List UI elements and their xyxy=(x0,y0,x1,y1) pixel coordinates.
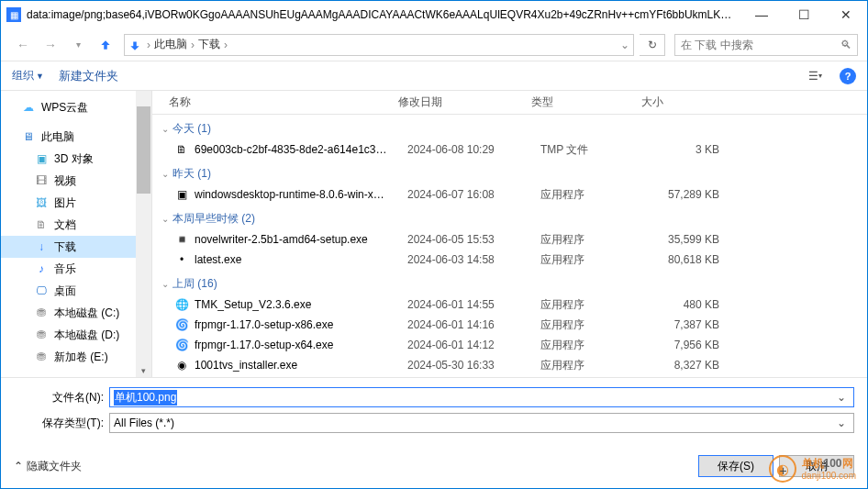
sidebar-item-music[interactable]: ♪音乐 xyxy=(1,258,151,280)
file-date: 2024-06-07 16:08 xyxy=(407,188,540,201)
sidebar-item-pictures[interactable]: 🖼图片 xyxy=(1,192,151,214)
sidebar-item-videos[interactable]: 🎞视频 xyxy=(1,170,151,192)
window-controls: — ☐ ✕ xyxy=(740,1,867,28)
filename-input[interactable]: 单机100.png⌄ xyxy=(109,387,854,407)
chevron-down-icon[interactable]: ⌄ xyxy=(833,417,850,429)
sidebar-item-wps[interactable]: ☁WPS云盘 xyxy=(1,96,151,118)
disk-icon: ⛃ xyxy=(34,350,49,364)
file-icon: 🌀 xyxy=(174,317,189,332)
file-type: 应用程序 xyxy=(540,252,651,268)
main-area: ☁WPS云盘 🖥此电脑 ▣3D 对象 🎞视频 🖼图片 🗎文档 ↓下载 ♪音乐 🖵… xyxy=(1,91,867,377)
toolbar: 组织 ▼ 新建文件夹 ☰▾ ? xyxy=(1,61,867,91)
content-pane: 名称 修改日期 类型 大小 ⌄今天 (1)🗎69e003cb-c2bf-4835… xyxy=(152,91,867,377)
file-row[interactable]: ◉1001tvs_installer.exe2024-05-30 16:33应用… xyxy=(161,355,867,375)
breadcrumb-dropdown-icon[interactable]: ⌄ xyxy=(620,39,629,51)
file-date: 2024-06-08 10:29 xyxy=(407,143,540,156)
sidebar-item-3d[interactable]: ▣3D 对象 xyxy=(1,148,151,170)
chevron-right-icon: › xyxy=(189,39,196,51)
group-header[interactable]: ⌄今天 (1) xyxy=(161,118,867,139)
sidebar: ☁WPS云盘 🖥此电脑 ▣3D 对象 🎞视频 🖼图片 🗎文档 ↓下载 ♪音乐 🖵… xyxy=(1,91,152,377)
group-header[interactable]: ⌄上周 (16) xyxy=(161,273,867,295)
sidebar-item-desktop[interactable]: 🖵桌面 xyxy=(1,280,151,302)
sidebar-item-disk-e[interactable]: ⛃新加卷 (E:) xyxy=(1,346,151,368)
file-name: novelwriter-2.5b1-amd64-setup.exe xyxy=(195,233,407,246)
chevron-up-icon: ⌃ xyxy=(14,460,23,472)
chevron-down-icon: ⌄ xyxy=(161,169,169,179)
sidebar-item-disk-d[interactable]: ⛃本地磁盘 (D:) xyxy=(1,324,151,346)
search-input[interactable] xyxy=(681,39,840,51)
minimize-button[interactable]: — xyxy=(740,1,783,28)
titlebar: ▦ data:image/png;base64,iVBORw0KGgoAAAAN… xyxy=(1,1,867,28)
chevron-down-icon[interactable]: ⌄ xyxy=(833,391,850,404)
sidebar-item-downloads[interactable]: ↓下载 xyxy=(1,236,151,258)
file-row[interactable]: ▣windowsdesktop-runtime-8.0.6-win-x…2024… xyxy=(161,184,867,205)
file-size: 35,599 KB xyxy=(651,233,719,246)
file-size: 8,327 KB xyxy=(651,359,719,372)
close-button[interactable]: ✕ xyxy=(825,1,867,28)
sidebar-item-pc[interactable]: 🖥此电脑 xyxy=(1,126,151,148)
nav-recent-dropdown[interactable]: ▾ xyxy=(65,32,91,58)
breadcrumb-downloads[interactable]: 下载 xyxy=(196,37,222,52)
search-icon[interactable]: 🔍︎ xyxy=(840,39,851,51)
file-row[interactable]: 🌐TMK_Setup_V2.3.6.exe2024-06-01 14:55应用程… xyxy=(161,295,867,315)
maximize-button[interactable]: ☐ xyxy=(783,1,825,28)
file-row[interactable]: 🌀frpmgr-1.17.0-setup-x64.exe2024-06-01 1… xyxy=(161,335,867,355)
file-size: 3 KB xyxy=(651,143,719,156)
disk-icon: ⛃ xyxy=(34,306,49,320)
hide-folders-button[interactable]: ⌃隐藏文件夹 xyxy=(14,459,82,474)
savetype-select[interactable]: All Files (*.*)⌄ xyxy=(109,413,854,433)
cube-icon: ▣ xyxy=(34,151,49,166)
chevron-down-icon: ⌄ xyxy=(161,279,169,289)
new-folder-button[interactable]: 新建文件夹 xyxy=(59,68,118,84)
file-row[interactable]: 🌀frpmgr-1.17.0-setup-x86.exe2024-06-01 1… xyxy=(161,315,867,335)
header-date[interactable]: 修改日期 xyxy=(391,94,524,110)
header-type[interactable]: 类型 xyxy=(524,94,634,110)
group-header[interactable]: ⌄昨天 (1) xyxy=(161,163,867,184)
breadcrumb[interactable]: › 此电脑 › 下载 › ⌄ xyxy=(124,34,634,56)
cancel-button[interactable]: 取消 xyxy=(779,455,854,477)
search-box[interactable]: 🔍︎ xyxy=(674,34,858,56)
header-name[interactable]: 名称 xyxy=(152,94,391,110)
file-type: 应用程序 xyxy=(540,358,651,373)
file-row[interactable]: ◾novelwriter-2.5b1-amd64-setup.exe2024-0… xyxy=(161,229,867,250)
file-icon: ▣ xyxy=(174,187,189,202)
file-size: 7,387 KB xyxy=(651,318,719,331)
refresh-button[interactable]: ↻ xyxy=(640,34,665,56)
help-button[interactable]: ? xyxy=(840,68,856,84)
file-type: 应用程序 xyxy=(540,187,651,203)
download-icon: ↓ xyxy=(34,239,49,254)
file-name: windowsdesktop-runtime-8.0.6-win-x… xyxy=(195,188,407,201)
file-type: 应用程序 xyxy=(540,317,651,333)
file-row[interactable]: 🗎69e003cb-c2bf-4835-8de2-a614e1c3…2024-0… xyxy=(161,139,867,160)
desktop-icon: 🖵 xyxy=(34,283,49,298)
file-date: 2024-05-30 16:33 xyxy=(407,359,540,372)
file-name: latest.exe xyxy=(195,253,407,266)
header-size[interactable]: 大小 xyxy=(634,94,712,110)
navbar: ← → ▾ › 此电脑 › 下载 › ⌄ ↻ 🔍︎ xyxy=(1,28,867,61)
sidebar-item-disk-c[interactable]: ⛃本地磁盘 (C:) xyxy=(1,302,151,324)
file-date: 2024-06-03 14:58 xyxy=(407,253,540,266)
save-button[interactable]: 保存(S) xyxy=(698,455,773,477)
window-title: data:image/png;base64,iVBORw0KGgoAAAANSU… xyxy=(21,8,740,21)
file-icon: 🌀 xyxy=(174,338,189,352)
music-icon: ♪ xyxy=(34,261,49,276)
sidebar-scrollbar[interactable]: ▾ xyxy=(136,91,151,377)
file-list: ⌄今天 (1)🗎69e003cb-c2bf-4835-8de2-a614e1c3… xyxy=(152,115,867,377)
document-icon: 🗎 xyxy=(34,217,49,232)
nav-back-button[interactable]: ← xyxy=(10,32,36,58)
group-header[interactable]: ⌄本周早些时候 (2) xyxy=(161,208,867,229)
file-icon: • xyxy=(174,252,189,267)
file-name: 1001tvs_installer.exe xyxy=(195,359,407,372)
chevron-down-icon: ⌄ xyxy=(161,124,169,134)
file-type: 应用程序 xyxy=(540,297,651,313)
sidebar-item-documents[interactable]: 🗎文档 xyxy=(1,214,151,236)
nav-up-button[interactable] xyxy=(93,32,118,58)
file-row[interactable]: •latest.exe2024-06-03 14:58应用程序80,618 KB xyxy=(161,250,867,270)
pc-icon: 🖥 xyxy=(21,129,36,144)
file-name: 69e003cb-c2bf-4835-8de2-a614e1c3… xyxy=(195,143,407,156)
nav-forward-button: → xyxy=(38,32,63,58)
organize-button[interactable]: 组织 ▼ xyxy=(12,68,44,83)
video-icon: 🎞 xyxy=(34,173,49,188)
breadcrumb-pc[interactable]: 此电脑 xyxy=(152,37,189,52)
view-options-button[interactable]: ☰▾ xyxy=(805,66,825,86)
